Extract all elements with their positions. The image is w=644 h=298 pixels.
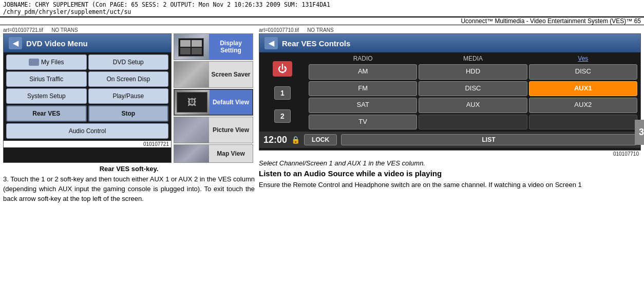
ves-btn-disc1[interactable]: DISC — [529, 64, 637, 80]
dvd-btn-play-pause-label: Play/Pause — [112, 92, 144, 100]
lock-button[interactable]: LOCK — [304, 134, 337, 145]
right-art-ref: art=010107710.tif — [259, 27, 299, 33]
dvd-btn-audio-control-label: Audio Control — [69, 127, 106, 135]
dvd-menu-screen: ◀ DVD Video Menu My Files DVD Setup S — [3, 33, 172, 163]
right-section: art=010107710.tif NO TRANS ◀ Rear VES Co… — [259, 27, 641, 204]
ves-btn-aux2[interactable]: AUX2 — [529, 98, 637, 113]
ves-controls-left: ⏻ 1 2 — [259, 52, 306, 132]
dvd-btn-sirius[interactable]: Sirius Traffic — [6, 71, 87, 87]
page-title: Uconnect™ Multimedia - Video Entertainme… — [461, 17, 641, 25]
default-view-thumb: 🖼 — [175, 90, 210, 115]
dvd-btn-play-pause[interactable]: Play/Pause — [88, 88, 169, 104]
ves-btn-aux1[interactable]: AUX1 — [529, 81, 637, 97]
ves-screen2-button[interactable]: 2 — [274, 109, 291, 123]
left-art-ref: art=010107721.tif — [3, 27, 43, 33]
dvd-ref-number: 010107721 — [4, 141, 171, 147]
picture-view-item[interactable]: Picture View — [174, 117, 253, 143]
ves-btn-aux[interactable]: AUX — [419, 98, 527, 113]
dvd-btn-stop-label: Stop — [121, 110, 135, 117]
picture-view-thumb — [174, 117, 209, 143]
page-number-tab: 3 — [635, 120, 644, 145]
ves-title: Rear VES Controls — [282, 39, 350, 48]
picture-view-label: Picture View — [209, 117, 253, 143]
ves-btn-am[interactable]: AM — [309, 64, 417, 80]
ves-btn-empty2 — [529, 115, 637, 130]
dvd-back-arrow[interactable]: ◀ — [9, 37, 22, 49]
ves-ref-number: 010107710 — [259, 151, 641, 157]
map-view-item[interactable]: Map View — [174, 144, 253, 163]
header-line2: /chry_pdm/chrysler/supplement/uct/su — [3, 8, 641, 15]
dvd-title: DVD Video Menu — [26, 39, 88, 48]
map-view-label: Map View — [209, 145, 253, 162]
default-view-item[interactable]: 🖼 Default View — [174, 89, 253, 116]
dvd-btn-stop[interactable]: Stop — [88, 105, 169, 122]
dvd-btn-onscreen[interactable]: On Screen Disp — [88, 71, 169, 87]
map-view-thumb — [174, 145, 209, 162]
col-header-radio: RADIO — [309, 54, 417, 63]
col-header-media: MEDIA — [419, 54, 527, 63]
ves-btn-sat[interactable]: SAT — [309, 98, 417, 113]
dvd-btn-audio-control[interactable]: Audio Control — [6, 123, 168, 139]
dvd-btn-system-setup-label: System Setup — [27, 92, 66, 100]
dvd-btn-dvd-setup-label: DVD Setup — [113, 59, 144, 66]
display-setting-panel: Display Setting Screen Saver 🖼 Default V… — [174, 33, 253, 163]
ves-back-arrow[interactable]: ◀ — [264, 37, 278, 49]
right-body-heading: Listen to an Audio Source while a video … — [259, 169, 641, 179]
dvd-btn-onscreen-label: On Screen Disp — [106, 76, 150, 83]
right-caption: Select Channel/Screen 1 and AUX 1 in the… — [259, 159, 641, 167]
lock-icon: 🔒 — [291, 136, 300, 144]
display-setting-label: Display Setting — [209, 34, 253, 60]
ves-screen: ◀ Rear VES Controls ⏻ 1 2 RADIO MEDIA — [259, 33, 641, 151]
left-body-text: 3. Touch the 1 or 2 soft-key and then to… — [3, 175, 255, 204]
dvd-btn-rear-ves[interactable]: Rear VES — [6, 105, 87, 122]
display-setting-item[interactable]: Display Setting — [174, 33, 253, 60]
header: JOBNAME: CHRY SUPPLEMENT (Con PAGE: 65 S… — [0, 0, 644, 17]
right-no-trans: NO TRANS — [307, 27, 334, 33]
ves-power-button[interactable]: ⏻ — [273, 61, 292, 77]
ves-btn-fm[interactable]: FM — [309, 81, 417, 97]
ves-title-bar: ◀ Rear VES Controls — [259, 34, 640, 52]
dvd-btn-sirius-label: Sirius Traffic — [29, 76, 63, 83]
ves-screen1-button[interactable]: 1 — [274, 86, 291, 100]
ves-btn-hdd[interactable]: HDD — [419, 64, 527, 80]
screen-saver-item[interactable]: Screen Saver — [174, 61, 253, 88]
ves-btn-disc2[interactable]: DISC — [419, 81, 527, 97]
left-no-trans: NO TRANS — [51, 27, 78, 33]
left-caption: Rear VES soft-key. — [3, 165, 255, 173]
dvd-title-bar: ◀ DVD Video Menu — [4, 34, 171, 52]
dvd-btn-my-files-label: My Files — [41, 59, 64, 66]
ves-btn-tv[interactable]: TV — [309, 115, 417, 130]
list-button[interactable]: LIST — [341, 134, 636, 145]
screen-saver-thumb — [174, 62, 209, 87]
dvd-btn-rear-ves-label: Rear VES — [32, 110, 60, 117]
right-body-text: Ensure the Remote Control and Headphone … — [259, 180, 641, 190]
dvd-btn-my-files[interactable]: My Files — [6, 54, 87, 70]
left-section: art=010107721.tif NO TRANS ◀ DVD Video M… — [3, 27, 255, 204]
col-header-ves: Ves — [529, 54, 637, 63]
header-line1: JOBNAME: CHRY SUPPLEMENT (Con PAGE: 65 S… — [3, 1, 641, 8]
dvd-btn-dvd-setup[interactable]: DVD Setup — [88, 54, 169, 70]
ves-time: 12:00 — [263, 135, 287, 145]
ves-btn-empty1 — [419, 115, 527, 130]
display-setting-thumb — [174, 34, 209, 60]
screen-saver-label: Screen Saver — [209, 62, 253, 87]
default-view-label: Default View — [210, 90, 252, 115]
ves-bottom-bar: 12:00 🔒 LOCK LIST — [259, 132, 640, 148]
dvd-btn-system-setup[interactable]: System Setup — [6, 88, 87, 104]
